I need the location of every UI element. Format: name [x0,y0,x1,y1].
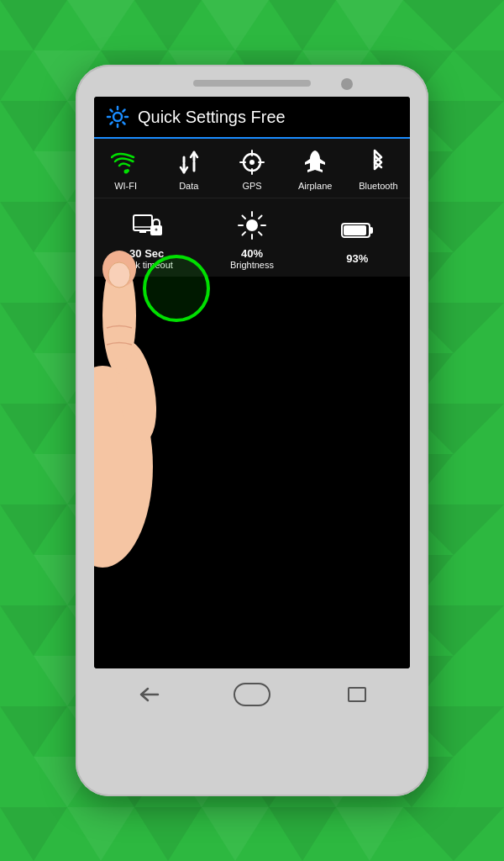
bluetooth-icon [363,147,393,177]
quick-settings-row2: 30 Sec Lock timeout [94,198,410,277]
gear-icon [106,105,129,129]
data-label: Data [179,181,198,191]
gps-icon [237,147,267,177]
svg-point-116 [123,170,128,174]
qs-item-bluetooth[interactable]: Bluetooth [347,139,410,198]
app-panel: Quick Settings Free WI-FI [94,97,410,668]
lock-timeout-value: 30 Sec [129,247,164,260]
brightness-icon [234,207,270,244]
app-title: Quick Settings Free [138,108,286,127]
svg-point-120 [249,160,255,165]
svg-rect-141 [370,227,373,234]
airplane-label: Airplane [298,181,332,191]
nav-home-button[interactable] [234,682,270,707]
phone-shell: Quick Settings Free WI-FI [76,65,428,796]
lock-timeout-label: Lock timeout [120,260,172,270]
nav-back-button[interactable] [129,682,165,707]
svg-line-139 [242,232,245,235]
battery-value: 93% [346,252,368,265]
svg-line-138 [259,216,262,219]
lock-timeout-icon [129,207,165,244]
phone-speaker [193,80,311,87]
qs-item-wifi[interactable]: WI-FI [94,139,157,198]
phone-nav [94,672,410,717]
wifi-icon [111,147,141,177]
svg-line-137 [259,232,262,235]
title-bar: Quick Settings Free [94,97,410,139]
nav-recents-button[interactable] [339,682,375,707]
gps-label: GPS [242,181,261,191]
wifi-label: WI-FI [114,181,137,191]
svg-point-115 [113,113,122,121]
phone-camera [341,78,353,90]
empty-screen [94,277,410,668]
svg-point-130 [155,229,157,231]
brightness-value: 40% [241,247,263,260]
qs-item-brightness[interactable]: 40% Brightness [199,198,304,277]
airplane-icon [300,147,330,177]
phone-screen: Quick Settings Free WI-FI [94,97,410,668]
svg-point-131 [246,219,258,231]
qs-item-battery[interactable]: 93% [305,198,410,277]
qs-item-lock-timeout[interactable]: 30 Sec Lock timeout [94,198,199,277]
battery-icon [339,212,375,249]
svg-line-136 [242,216,245,219]
quick-settings-row1: WI-FI Data [94,139,410,198]
qs-item-airplane[interactable]: Airplane [284,139,347,198]
svg-rect-142 [344,225,366,235]
qs-item-data[interactable]: Data [157,139,220,198]
data-icon [174,147,204,177]
brightness-label: Brightness [230,260,274,270]
qs-item-gps[interactable]: GPS [220,139,283,198]
bluetooth-label: Bluetooth [359,181,397,191]
svg-rect-125 [134,215,152,230]
